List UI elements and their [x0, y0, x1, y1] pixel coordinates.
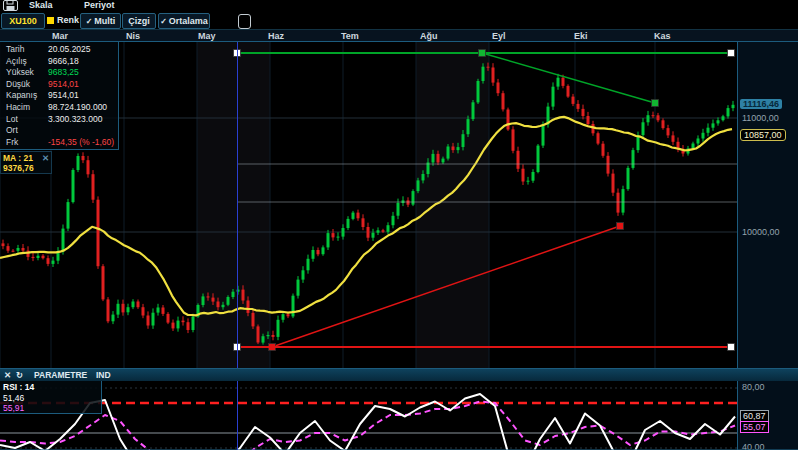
info-row: Düşük9514,01 — [6, 79, 118, 91]
toolbar: Skala Periyot — [0, 0, 798, 12]
tab-ortalama[interactable]: ✓ Ortalama — [158, 13, 210, 29]
ascending-trendline-handle[interactable] — [617, 223, 624, 230]
check-icon: ✓ — [86, 17, 93, 26]
rsi-label-box: RSI : 14 51,46 55,91 — [0, 381, 102, 414]
rsi-ma-current-marker: 55,07 — [740, 421, 769, 433]
info-row: Ort — [6, 125, 118, 137]
descending-trendline-handle[interactable] — [479, 50, 486, 57]
ma-indicator-box: ✕ MA : 21 9376,76 — [0, 151, 52, 174]
rsi-panel-header: ✕ ↻ PARAMETRE IND — [0, 368, 798, 381]
charting-app-window: { "toolbar": {"skala": "Skala", "periyot… — [0, 0, 798, 450]
support-hline-handle[interactable] — [728, 344, 735, 351]
parametre-button[interactable]: PARAMETRE — [34, 370, 87, 380]
crosshair-vline — [237, 381, 238, 450]
month-label: Mar — [52, 31, 68, 41]
close-icon[interactable]: ✕ — [4, 370, 11, 380]
info-row: Yüksek9683,25 — [6, 67, 118, 79]
rsi-axis: 80,00 60,87 55,07 40,00 — [737, 381, 798, 450]
month-label: Nis — [126, 31, 140, 41]
info-row: Lot3.300.323.000 — [6, 114, 118, 126]
month-label: Ağu — [420, 31, 438, 41]
month-label: Tem — [341, 31, 359, 41]
close-icon[interactable]: ✕ — [42, 153, 49, 163]
crosshair-vline — [237, 42, 238, 368]
month-axis: Mar Nis May Haz Tem Ağu Eyl Eki Kas — [0, 30, 798, 42]
info-row: Açılış9666,18 — [6, 56, 118, 68]
descending-trendline-handle[interactable] — [652, 100, 659, 107]
refresh-icon[interactable]: ↻ — [16, 370, 23, 380]
data-window: Tarih20.05.2025 Açılış9666,18 Yüksek9683… — [0, 42, 119, 150]
save-icon[interactable] — [3, 0, 18, 11]
rsi-name: RSI : 14 — [3, 382, 34, 392]
tab-cizgi[interactable]: Çizgi — [122, 13, 156, 29]
month-label: Kas — [654, 31, 671, 41]
ma-price-marker: 10857,00 — [740, 129, 786, 141]
price-tick: 10000,00 — [742, 227, 780, 237]
info-row: Hacim98.724.190.000 — [6, 102, 118, 114]
color-swatch-icon — [47, 17, 54, 24]
ind-button[interactable]: IND — [96, 370, 111, 380]
menu-periyot[interactable]: Periyot — [84, 0, 115, 10]
menu-skala[interactable]: Skala — [29, 0, 53, 10]
rsi-series-RSI-MA — [0, 402, 735, 450]
info-row: Kapanış9514,01 — [6, 90, 118, 102]
ma-value: 9376,76 — [3, 163, 34, 173]
price-tick: 11000,00 — [742, 113, 779, 123]
rsi-ma-value: 55,91 — [3, 403, 24, 413]
info-row: Frk-154,35 (% -1,60) — [6, 137, 118, 149]
price-axis: 11116,46 11000,00 10857,00 10000,00 — [737, 42, 798, 368]
tab-bar: XU100 Renk ✓ Multi Çizgi ✓ Ortalama — [0, 12, 798, 30]
tab-symbol-xu100[interactable]: XU100 — [1, 13, 45, 29]
month-label: Haz — [268, 31, 284, 41]
tab-multi[interactable]: ✓ Multi — [80, 13, 121, 29]
month-label: May — [198, 31, 216, 41]
toolbar-mini-button[interactable] — [238, 14, 251, 29]
check-icon: ✓ — [160, 17, 167, 26]
resistance-hline-handle[interactable] — [728, 50, 735, 57]
rsi-tick: 80,00 — [742, 382, 765, 392]
last-price-marker: 11116,46 — [740, 99, 782, 109]
month-label: Eki — [574, 31, 588, 41]
info-row: Tarih20.05.2025 — [6, 44, 118, 56]
rsi-value: 51,46 — [3, 393, 24, 403]
rsi-chart-canvas[interactable] — [0, 381, 737, 450]
ma-label: MA : 21 — [3, 153, 33, 163]
renk-button[interactable]: Renk — [47, 15, 79, 25]
month-label: Eyl — [492, 31, 506, 41]
